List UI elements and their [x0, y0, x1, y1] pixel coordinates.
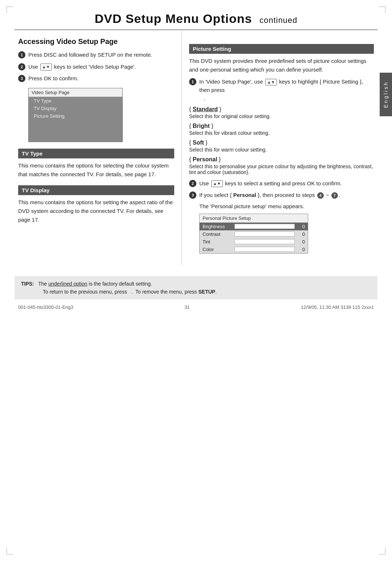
tv-type-text: This menu contains the options for selec…: [18, 161, 174, 179]
corner-mark-tl: [7, 7, 13, 13]
right-column: Picture Setting This DVD system provides…: [181, 30, 377, 265]
step-3: 3 Press OK to confirm.: [18, 74, 174, 83]
brightness-label: Brightness: [203, 224, 232, 229]
contrast-value: 0: [298, 231, 305, 237]
brightness-bar: [234, 224, 295, 229]
footer: 001-045-hts3300-01-Eng3 31 12/9/05, 11:3…: [0, 303, 392, 311]
color-bar: [234, 247, 295, 252]
picture-setting-heading: Picture Setting: [189, 44, 374, 54]
right-step-3-text: If you select { Personal }, then proceed…: [199, 191, 340, 199]
color-value: 0: [298, 247, 305, 252]
option-bright: { Bright }: [189, 123, 374, 129]
personal-row-contrast: Contrast 0: [200, 230, 308, 238]
page-title-section: DVD Setup Menu Options continued: [15, 0, 377, 30]
personal-row-color: Color 0: [200, 246, 308, 253]
screen-row-tvdisplay: TV Display: [29, 105, 122, 112]
contrast-bar: [234, 231, 295, 237]
corner-mark-tr: [379, 7, 385, 13]
right-step-1-text: In 'Video Setup Page', use ▲▼ keys to hi…: [199, 78, 374, 102]
brightness-value: 0: [298, 224, 305, 229]
screen-row-tvtype: TV Type: [29, 97, 122, 105]
personal-row-brightness: Brightness 0: [200, 223, 308, 230]
tv-display-heading: TV Display: [18, 185, 174, 195]
accessing-video-heading: Accessing Video Setup Page: [18, 37, 174, 46]
option-standard: { Standard }: [189, 106, 374, 113]
right-step-3: 3 If you select { Personal }, then proce…: [189, 191, 374, 199]
personal-setup-mockup: Personal Picture Setup Brightness 0 Cont…: [199, 214, 308, 254]
video-setup-screen-mockup: Video Setup Page TV Type TV Display Pict…: [28, 88, 123, 142]
step-1-text: Press DISC and followed by SETUP on the …: [28, 51, 152, 59]
step-3-number: 3: [18, 75, 25, 82]
tint-value: 0: [298, 239, 305, 245]
corner-mark-bl: [7, 548, 13, 554]
option-standard-desc: Select this for original colour setting.: [189, 113, 374, 119]
contrast-label: Contrast: [203, 231, 232, 237]
tv-type-heading: TV Type: [18, 149, 174, 158]
tv-display-text: This menu contains the options for setti…: [18, 198, 174, 224]
option-bright-desc: Select this for vibrant colour setting.: [189, 130, 374, 136]
right-step-1-number: 1: [189, 78, 196, 85]
footer-left: 001-045-hts3300-01-Eng3: [18, 304, 73, 310]
option-personal: { Personal }: [189, 156, 374, 163]
tips-underline: underlined option: [48, 281, 87, 287]
step-3-text: Press OK to confirm.: [28, 74, 78, 83]
tips-section: TIPS: The underlined option is the facto…: [15, 276, 377, 300]
personal-row-tint: Tint 0: [200, 238, 308, 246]
step-2: 2 Use ▲▼ keys to select 'Video Setup Pag…: [18, 63, 174, 71]
right-step-2-number: 2: [189, 180, 196, 187]
right-step-1: 1 In 'Video Setup Page', use ▲▼ keys to …: [189, 78, 374, 102]
personal-note: The 'Personal picture setup' menu appear…: [199, 203, 374, 209]
color-label: Color: [203, 247, 232, 252]
option-soft: { Soft }: [189, 140, 374, 146]
step-7-ref: 7: [331, 192, 338, 199]
tint-label: Tint: [203, 239, 232, 245]
screen-title-bar: Video Setup Page: [29, 88, 122, 97]
footer-right: 12/9/05, 11:30 AM 3139 115 2xxx1: [301, 304, 374, 310]
personal-setup-title: Personal Picture Setup: [200, 214, 308, 223]
arrow-key-icon: ▲▼: [40, 64, 52, 70]
picture-setting-intro: This DVD system provides three predefine…: [189, 57, 374, 74]
step-4-ref: 4: [317, 192, 324, 199]
right-step-2: 2 Use ▲▼ keys to select a setting and pr…: [189, 179, 374, 188]
right-step-2-text: Use ▲▼ keys to select a setting and pres…: [199, 179, 342, 188]
step-1: 1 Press DISC and followed by SETUP on th…: [18, 51, 174, 59]
tips-line2: To return to the previous menu, press . …: [43, 289, 217, 295]
screen-row-picturesetting: Picture Setting: [29, 112, 122, 120]
page-title: DVD Setup Menu Options continued: [36, 12, 356, 26]
corner-mark-br: [379, 548, 385, 554]
footer-center: 31: [184, 304, 189, 310]
step-2-text: Use ▲▼ keys to select 'Video Setup Page'…: [28, 63, 136, 71]
arrow-key-icon-2: ▲▼: [265, 79, 277, 86]
right-step-3-number: 3: [189, 191, 196, 199]
sidebar-english-label: English: [380, 73, 392, 116]
main-content: Accessing Video Setup Page 1 Press DISC …: [0, 30, 392, 265]
tips-label: TIPS:: [21, 281, 34, 287]
step-2-number: 2: [18, 63, 25, 70]
option-soft-desc: Select this for warm colour setting.: [189, 147, 374, 153]
tint-bar: [234, 239, 295, 244]
arrow-key-icon-3: ▲▼: [211, 180, 223, 187]
left-column: Accessing Video Setup Page 1 Press DISC …: [15, 30, 181, 265]
step-1-number: 1: [18, 51, 25, 58]
option-personal-desc: Select this to personalise your picture …: [189, 164, 374, 175]
